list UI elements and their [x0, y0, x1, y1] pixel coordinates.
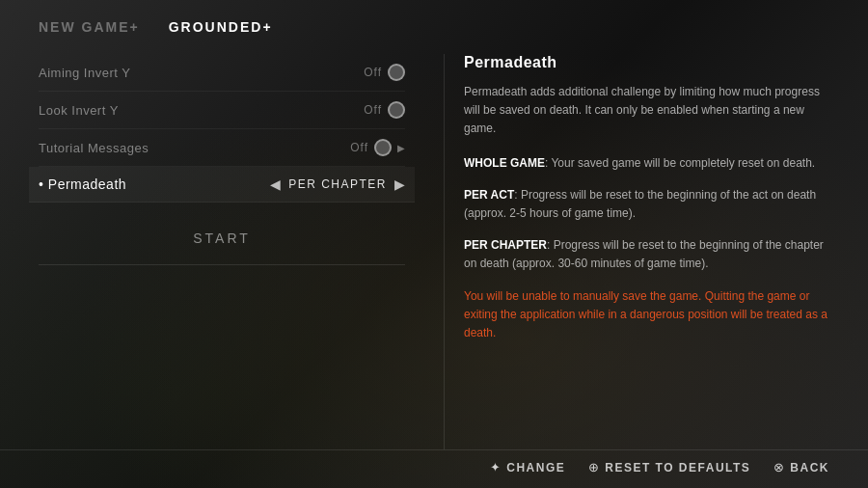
- warning-text: You will be unable to manually save the …: [464, 287, 829, 343]
- main-content: Aiming Invert Y Off Look Invert Y Off Tu…: [0, 44, 868, 449]
- back-label: BACK: [790, 461, 829, 474]
- left-divider: [39, 264, 405, 265]
- setting-look-invert-y[interactable]: Look Invert Y Off: [39, 92, 405, 129]
- aiming-invert-y-value: Off: [364, 66, 382, 79]
- info-description: Permadeath adds additional challenge by …: [464, 83, 829, 139]
- look-invert-y-value: Off: [364, 103, 382, 117]
- aiming-invert-y-circle: [388, 64, 405, 81]
- tutorial-messages-value: Off: [350, 141, 368, 154]
- start-button[interactable]: START: [39, 222, 405, 255]
- setting-tutorial-messages[interactable]: Tutorial Messages Off ▶: [39, 129, 405, 167]
- footer: ✦ CHANGE ⊕ RESET TO DEFAULTS ⊗ BACK: [0, 449, 868, 488]
- info-panel: Permadeath Permadeath adds additional ch…: [444, 54, 868, 449]
- look-invert-y-toggle: Off: [364, 101, 405, 119]
- permadeath-label: Permadeath: [39, 176, 126, 192]
- permadeath-selector: ◀ PER CHAPTER ▶: [270, 176, 405, 192]
- tab-grounded-plus[interactable]: GROUNDED+: [169, 19, 273, 35]
- tutorial-messages-label: Tutorial Messages: [39, 141, 149, 155]
- info-whole-game: WHOLE GAME: Your saved game will be comp…: [464, 154, 829, 173]
- settings-panel: Aiming Invert Y Off Look Invert Y Off Tu…: [0, 54, 444, 449]
- reset-action[interactable]: ⊕ RESET TO DEFAULTS: [588, 460, 750, 474]
- setting-aiming-invert-y[interactable]: Aiming Invert Y Off: [39, 54, 405, 92]
- info-per-act: PER ACT: Progress will be reset to the b…: [464, 186, 829, 223]
- look-invert-y-label: Look Invert Y: [39, 103, 119, 118]
- permadeath-arrow-right[interactable]: ▶: [394, 176, 405, 192]
- look-invert-y-circle: [388, 101, 405, 119]
- permadeath-arrow-left[interactable]: ◀: [270, 176, 281, 192]
- tutorial-messages-toggle: Off ▶: [350, 139, 405, 156]
- tutorial-messages-arrow: ▶: [397, 143, 405, 153]
- per-act-key: PER ACT: [464, 188, 514, 202]
- per-act-desc: : Progress will be reset to the beginnin…: [464, 188, 816, 220]
- whole-game-desc: : Your saved game will be completely res…: [545, 156, 815, 170]
- aiming-invert-y-label: Aiming Invert Y: [39, 66, 130, 80]
- whole-game-key: WHOLE GAME: [464, 156, 545, 170]
- tutorial-messages-circle: [374, 139, 392, 156]
- per-chapter-key: PER CHAPTER: [464, 238, 547, 252]
- aiming-invert-y-toggle: Off: [364, 64, 405, 81]
- start-label: START: [193, 230, 251, 246]
- change-icon: ✦: [490, 460, 501, 474]
- info-per-chapter: PER CHAPTER: Progress will be reset to t…: [464, 236, 829, 273]
- back-action[interactable]: ⊗ BACK: [773, 460, 829, 474]
- change-label: CHANGE: [506, 461, 565, 474]
- reset-label: RESET TO DEFAULTS: [605, 461, 750, 474]
- back-icon: ⊗: [773, 460, 784, 474]
- header: NEW GAME+ GROUNDED+: [0, 0, 868, 44]
- tab-new-game-plus[interactable]: NEW GAME+: [39, 19, 140, 35]
- change-action[interactable]: ✦ CHANGE: [490, 460, 565, 474]
- reset-icon: ⊕: [588, 460, 599, 474]
- info-title: Permadeath: [464, 54, 829, 71]
- setting-permadeath[interactable]: Permadeath ◀ PER CHAPTER ▶: [29, 167, 415, 203]
- permadeath-value: PER CHAPTER: [288, 177, 387, 191]
